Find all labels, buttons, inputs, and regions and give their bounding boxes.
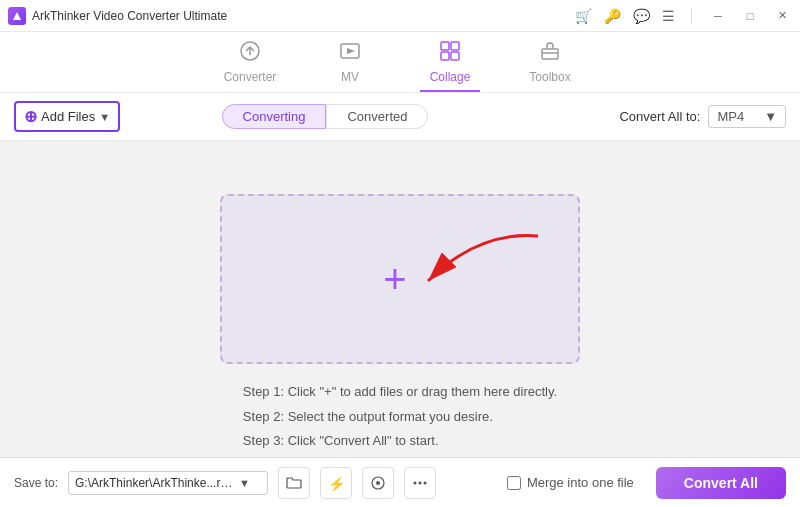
divider	[691, 8, 692, 24]
svg-point-15	[419, 481, 422, 484]
collage-icon	[439, 40, 461, 67]
format-select[interactable]: MP4 ▼	[708, 105, 786, 128]
merge-checkbox-group: Merge into one file	[507, 475, 634, 490]
format-dropdown-arrow: ▼	[764, 109, 777, 124]
chat-icon[interactable]: 💬	[633, 8, 650, 24]
app-wrapper: ArkThinker Video Converter Ultimate 🛒 🔑 …	[0, 0, 800, 507]
selected-format: MP4	[717, 109, 744, 124]
toolbar: ⊕ Add Files ▼ Converting Converted Conve…	[0, 93, 800, 141]
bottom-bar: Save to: G:\ArkThinker\ArkThinke...rter …	[0, 457, 800, 507]
arrow-icon	[418, 226, 548, 306]
svg-rect-6	[441, 52, 449, 60]
svg-point-13	[376, 481, 380, 485]
svg-rect-7	[451, 52, 459, 60]
save-to-label: Save to:	[14, 476, 58, 490]
add-plus-icon: +	[383, 259, 406, 299]
title-bar-controls: 🛒 🔑 💬 ☰ ─ □ ✕	[575, 6, 792, 26]
menu-icon[interactable]: ☰	[662, 8, 675, 24]
instructions: Step 1: Click "+" to add files or drag t…	[243, 380, 557, 454]
merge-label: Merge into one file	[527, 475, 634, 490]
merge-checkbox[interactable]	[507, 476, 521, 490]
convert-all-button[interactable]: Convert All	[656, 467, 786, 499]
app-logo	[8, 7, 26, 25]
converted-tab[interactable]: Converted	[326, 104, 428, 129]
close-button[interactable]: ✕	[772, 6, 792, 26]
settings-button-1[interactable]: ⚡	[320, 467, 352, 499]
plus-icon: ⊕	[24, 107, 37, 126]
minimize-button[interactable]: ─	[708, 6, 728, 26]
nav-item-toolbox[interactable]: Toolbox	[520, 40, 580, 92]
more-settings-button[interactable]	[404, 467, 436, 499]
convert-all-to: Convert All to: MP4 ▼	[619, 105, 786, 128]
step3-text: Step 3: Click "Convert All" to start.	[243, 429, 557, 454]
main-content: + Step 1: Click "+" to add files or drag…	[0, 141, 800, 507]
settings-button-2[interactable]	[362, 467, 394, 499]
converter-icon	[239, 40, 261, 67]
tab-group: Converting Converted	[222, 104, 429, 129]
svg-text:⚡: ⚡	[328, 476, 344, 491]
svg-rect-8	[542, 49, 558, 59]
add-files-dropdown-arrow[interactable]: ▼	[99, 111, 110, 123]
toolbox-icon	[539, 40, 561, 67]
collage-label: Collage	[430, 70, 471, 84]
add-files-label: Add Files	[41, 109, 95, 124]
mv-label: MV	[341, 70, 359, 84]
title-bar: ArkThinker Video Converter Ultimate 🛒 🔑 …	[0, 0, 800, 32]
save-path-field[interactable]: G:\ArkThinker\ArkThinke...rter Ultimate\…	[68, 471, 268, 495]
convert-all-to-label: Convert All to:	[619, 109, 700, 124]
nav-item-converter[interactable]: Converter	[220, 40, 280, 92]
svg-point-16	[424, 481, 427, 484]
nav-bar: Converter MV Collage	[0, 32, 800, 93]
drop-zone[interactable]: +	[220, 194, 580, 364]
path-dropdown-arrow[interactable]: ▼	[239, 477, 250, 489]
svg-rect-5	[451, 42, 459, 50]
nav-item-mv[interactable]: MV	[320, 40, 380, 92]
converter-label: Converter	[224, 70, 277, 84]
svg-rect-4	[441, 42, 449, 50]
title-bar-left: ArkThinker Video Converter Ultimate	[8, 7, 227, 25]
profile-icon[interactable]: 🔑	[604, 8, 621, 24]
folder-open-button[interactable]	[278, 467, 310, 499]
app-title: ArkThinker Video Converter Ultimate	[32, 9, 227, 23]
mv-icon	[339, 40, 361, 67]
save-path-text: G:\ArkThinker\ArkThinke...rter Ultimate\…	[75, 476, 235, 490]
step2-text: Step 2: Select the output format you des…	[243, 405, 557, 430]
maximize-button[interactable]: □	[740, 6, 760, 26]
svg-marker-0	[13, 12, 21, 20]
add-files-button[interactable]: ⊕ Add Files ▼	[14, 101, 120, 132]
toolbox-label: Toolbox	[529, 70, 570, 84]
nav-item-collage[interactable]: Collage	[420, 40, 480, 92]
converting-tab[interactable]: Converting	[222, 104, 327, 129]
step1-text: Step 1: Click "+" to add files or drag t…	[243, 380, 557, 405]
cart-icon[interactable]: 🛒	[575, 8, 592, 24]
svg-point-14	[414, 481, 417, 484]
